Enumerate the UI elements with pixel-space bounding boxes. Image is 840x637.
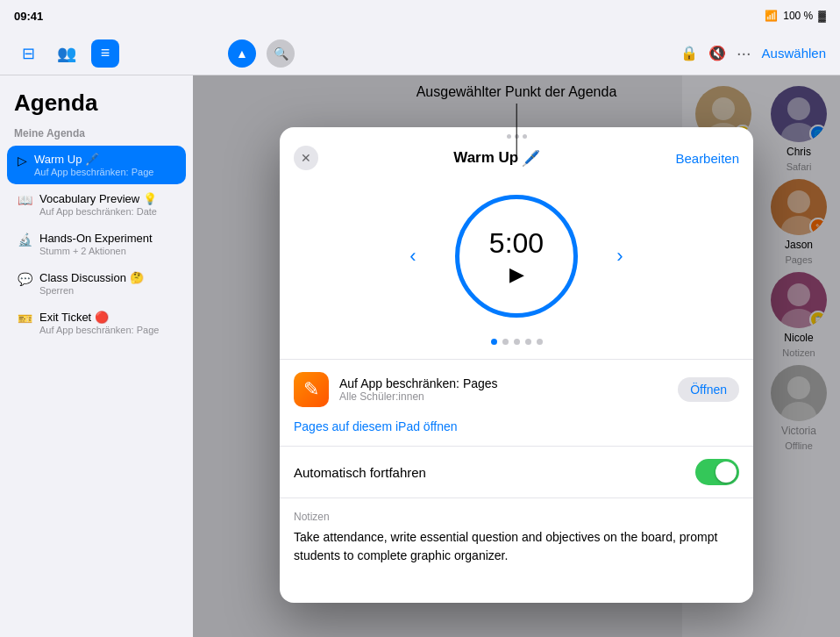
timer-play-icon: ▶: [509, 263, 524, 286]
sidebar-item-hands-on[interactable]: 🔬 Hands-On Experiment Stumm + 2 Aktionen: [7, 225, 186, 263]
more-icon[interactable]: ···: [737, 43, 751, 63]
app-restrict-info: Auf App beschränken: Pages Alle Schüler:…: [339, 376, 667, 403]
page-dots: [280, 332, 753, 359]
open-app-button[interactable]: Öffnen: [678, 377, 739, 402]
battery-icon: ▓: [818, 10, 826, 22]
people-view-button[interactable]: 👥: [53, 39, 81, 68]
status-bar: 09:41 📶 100 % ▓: [0, 0, 840, 32]
sidebar-title: Agenda: [0, 89, 193, 124]
battery-label: 100 %: [783, 10, 813, 22]
sidebar-item-icon-warm-up: ▷: [18, 154, 27, 168]
sidebar-item-subtitle-hands-on: Stumm + 2 Aktionen: [39, 246, 153, 256]
status-icons: 📶 100 % ▓: [765, 10, 826, 22]
notes-section: Notizen Take attendance, write essential…: [280, 497, 753, 603]
sidebar-item-subtitle-exit-ticket: Auf App beschränken: Page: [39, 325, 159, 335]
auto-proceed-toggle[interactable]: [695, 459, 739, 485]
timer-time: 5:00: [489, 227, 544, 260]
sidebar-item-title-warm-up: Warm Up 🖊️: [34, 153, 153, 166]
page-dot-5[interactable]: [537, 339, 543, 345]
app-restrict-section: ✎ Auf App beschränken: Pages Alle Schüle…: [280, 360, 753, 419]
sidebar-item-icon-exit-ticket: 🎫: [18, 311, 32, 326]
main-layout: Agenda Meine Agenda ▷ Warm Up 🖊️ Auf App…: [0, 75, 840, 637]
sidebar-item-exit-ticket[interactable]: 🎫 Exit Ticket 🔴 Auf App beschränken: Pag…: [7, 304, 186, 342]
sidebar-item-icon-class-discussion: 💬: [18, 272, 32, 286]
pages-app-icon: ✎: [294, 372, 329, 407]
sidebar-item-subtitle-warm-up: Auf App beschränken: Page: [34, 167, 153, 177]
modal-close-button[interactable]: ✕: [294, 146, 318, 170]
app-restrict-subtitle: Alle Schüler:innen: [339, 390, 667, 403]
mute-icon: 🔇: [708, 45, 726, 61]
page-dot-4[interactable]: [525, 339, 531, 345]
sidebar-item-title-hands-on: Hands-On Experiment: [39, 232, 153, 245]
sidebar-item-icon-hands-on: 🔬: [18, 233, 32, 247]
open-link[interactable]: Pages auf diesem iPad öffnen: [280, 419, 753, 446]
app-restrict-title: Auf App beschränken: Pages: [339, 376, 667, 390]
status-time: 09:41: [14, 10, 43, 23]
wifi-icon: 📶: [765, 10, 778, 22]
nav-up-icon[interactable]: ▲: [228, 39, 256, 68]
page-dot-1[interactable]: [491, 339, 497, 345]
nav-search-icon[interactable]: 🔍: [267, 39, 295, 68]
timer-next-button[interactable]: ›: [606, 242, 634, 270]
modal: ✕ Warm Up 🖊️ Bearbeiten ‹ 5:00 ▶ ›: [280, 127, 753, 603]
timer-section: ‹ 5:00 ▶ ›: [280, 181, 753, 332]
sidebar-item-subtitle-class-discussion: Sperren: [39, 285, 144, 296]
sidebar-item-title-class-discussion: Class Discussion 🤔: [39, 271, 144, 284]
sidebar-item-subtitle-vocabulary: Auf App beschränken: Date: [39, 206, 157, 217]
sidebar-item-warm-up[interactable]: ▷ Warm Up 🖊️ Auf App beschränken: Page: [7, 146, 186, 184]
top-nav: ⊟ 👥 ≡ ▲ 🔍 🔒 🔇 ··· Auswählen: [0, 32, 840, 75]
sidebar-section-label: Meine Agenda: [0, 124, 193, 145]
page-dot-2[interactable]: [502, 339, 509, 345]
auto-proceed-section: Automatisch fortfahren: [280, 446, 753, 497]
nav-right: 🔒 🔇 ··· Auswählen: [680, 43, 826, 63]
sidebar-item-title-exit-ticket: Exit Ticket 🔴: [39, 311, 159, 324]
sidebar-item-vocabulary[interactable]: 📖 Vocabulary Preview 💡 Auf App beschränk…: [7, 185, 186, 224]
sidebar-toggle-button[interactable]: ⊟: [14, 39, 42, 68]
modal-overlay: ✕ Warm Up 🖊️ Bearbeiten ‹ 5:00 ▶ ›: [193, 75, 840, 637]
sidebar: Agenda Meine Agenda ▷ Warm Up 🖊️ Auf App…: [0, 75, 193, 637]
timer-prev-button[interactable]: ‹: [399, 242, 427, 270]
auto-proceed-label: Automatisch fortfahren: [294, 465, 426, 480]
lock-icon: 🔒: [680, 45, 698, 61]
sidebar-item-icon-vocabulary: 📖: [18, 193, 32, 207]
select-button[interactable]: Auswählen: [762, 46, 826, 61]
list-view-button[interactable]: ≡: [91, 39, 119, 68]
notes-text: Take attendance, write essential questio…: [294, 528, 739, 565]
modal-edit-button[interactable]: Bearbeiten: [675, 151, 739, 166]
timer-circle[interactable]: 5:00 ▶: [455, 195, 578, 318]
sidebar-item-title-vocabulary: Vocabulary Preview 💡: [39, 192, 157, 205]
toggle-knob: [715, 462, 737, 483]
callout-text: Ausgewählter Punkt der Agenda: [416, 84, 617, 99]
page-dot-3[interactable]: [514, 339, 520, 345]
center-content: Ausgewählter Punkt der Agenda ✕: [193, 75, 840, 637]
notes-label: Notizen: [294, 511, 739, 523]
sidebar-item-class-discussion[interactable]: 💬 Class Discussion 🤔 Sperren: [7, 264, 186, 303]
